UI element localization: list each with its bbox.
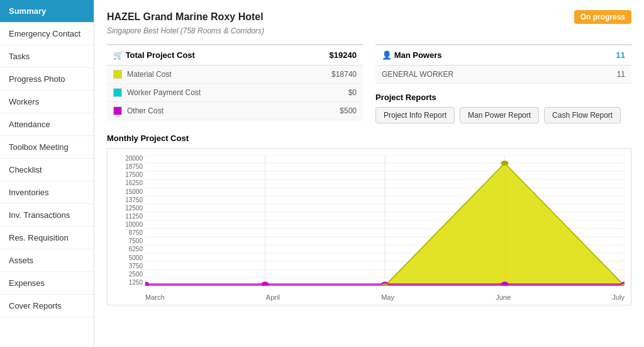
x-label: July [612, 293, 625, 301]
man-powers-header: 👤 Man Powers 11 [375, 44, 631, 65]
cost-icon: 🛒 [113, 50, 126, 60]
cash-flow-report-button[interactable]: Cash Flow Report [544, 107, 621, 123]
reports-buttons: Project Info Report Man Power Report Cas… [375, 107, 631, 123]
cost-row-material: Material Cost $18740 [107, 65, 363, 84]
y-label: 5000 [129, 254, 143, 261]
x-label: June [496, 293, 511, 301]
sidebar-item-checklist[interactable]: Checklist [0, 159, 94, 181]
project-title: HAZEL Grand Marine Roxy Hotel [107, 11, 264, 23]
sidebar-item-summary[interactable]: Summary [0, 0, 94, 23]
y-label: 18750 [125, 163, 143, 170]
sidebar-item-res-requisition[interactable]: Res. Requisition [0, 227, 94, 249]
x-label: March [145, 293, 165, 301]
chart-title: Monthly Project Cost [107, 134, 631, 143]
y-label: 11250 [125, 213, 143, 220]
main-content: HAZEL Grand Marine Roxy Hotel On progres… [94, 0, 644, 347]
sidebar-item-toolbox-meeting[interactable]: Toolbox Meeting [0, 136, 94, 159]
sidebar-item-emergency-contact[interactable]: Emergency Contact [0, 23, 94, 45]
chart-svg [145, 155, 625, 286]
y-axis-labels: 2000018750175001625015000137501250011250… [110, 155, 143, 286]
svg-marker-21 [385, 163, 625, 286]
x-label: April [266, 293, 280, 301]
summary-columns: 🛒 Total Project Cost $19240 Material Cos… [107, 44, 631, 123]
y-label: 8750 [129, 229, 143, 236]
chart-container: 2000018750175001625015000137501250011250… [107, 148, 631, 305]
other-color-box [113, 106, 122, 115]
cost-total: $19240 [330, 50, 357, 60]
sidebar-item-workers[interactable]: Workers [0, 91, 94, 113]
sidebar-item-attendance[interactable]: Attendance [0, 113, 94, 136]
y-label: 10000 [125, 221, 143, 228]
material-color-box [113, 70, 122, 79]
y-label: 2500 [129, 271, 143, 278]
chart-section: Monthly Project Cost 2000018750175001625… [107, 134, 631, 305]
y-label: 6250 [129, 246, 143, 253]
y-label: 16250 [125, 179, 143, 186]
man-powers-total: 11 [616, 50, 625, 60]
cost-header: 🛒 Total Project Cost $19240 [107, 44, 363, 65]
y-label: 13750 [125, 196, 143, 203]
x-label: May [381, 293, 394, 301]
sidebar-item-cover-reports[interactable]: Cover Reports [0, 295, 94, 317]
y-label: 1250 [129, 279, 143, 286]
man-powers-section: 👤 Man Powers 11 GENERAL WORKER 11 Projec… [375, 44, 631, 123]
man-powers-row-general: GENERAL WORKER 11 [375, 65, 631, 84]
x-axis-labels: MarchAprilMayJuneJuly [145, 293, 625, 301]
worker-color-box [113, 88, 122, 97]
y-label: 17500 [125, 171, 143, 178]
sidebar-item-inventories[interactable]: Inventories [0, 181, 94, 204]
sidebar: Summary Emergency Contact Tasks Progress… [0, 0, 94, 347]
cost-section: 🛒 Total Project Cost $19240 Material Cos… [107, 44, 363, 123]
cost-row-worker: Worker Payment Cost $0 [107, 84, 363, 102]
status-badge: On progress [574, 10, 631, 24]
reports-title: Project Reports [375, 93, 631, 102]
y-label: 3750 [129, 263, 143, 270]
cost-row-other: Other Cost $500 [107, 102, 363, 120]
project-header: HAZEL Grand Marine Roxy Hotel On progres… [107, 10, 631, 24]
man-powers-icon: 👤 [382, 50, 394, 60]
man-power-report-button[interactable]: Man Power Report [460, 107, 539, 123]
y-label: 7500 [129, 237, 143, 244]
sidebar-item-assets[interactable]: Assets [0, 249, 94, 272]
project-subtitle: Singapore Best Hotel (758 Rooms & Corrid… [107, 26, 631, 35]
project-info-report-button[interactable]: Project Info Report [375, 107, 455, 123]
sidebar-item-inv-transactions[interactable]: Inv. Transactions [0, 204, 94, 227]
sidebar-item-tasks[interactable]: Tasks [0, 45, 94, 68]
svg-point-28 [501, 161, 508, 166]
y-label: 12500 [125, 205, 143, 212]
y-label: 15000 [125, 188, 143, 195]
sidebar-item-expenses[interactable]: Expenses [0, 272, 94, 295]
y-label: 20000 [125, 155, 143, 162]
sidebar-item-progress-photo[interactable]: Progress Photo [0, 68, 94, 91]
